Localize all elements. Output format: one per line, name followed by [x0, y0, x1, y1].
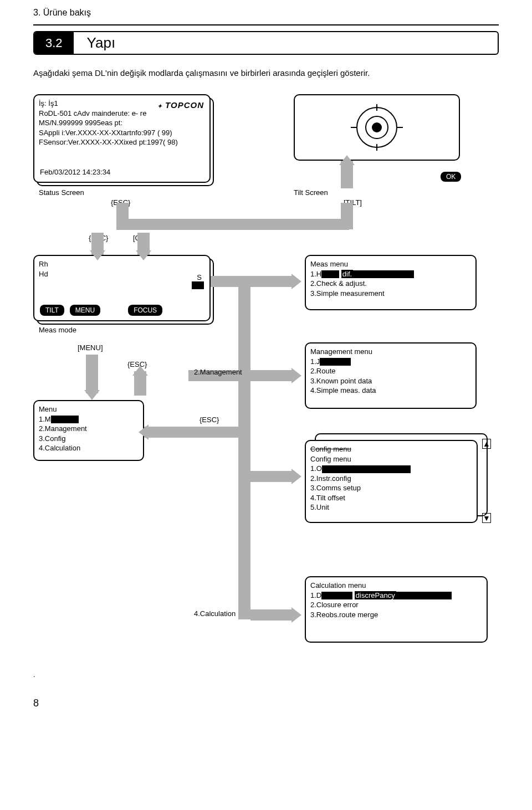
main-menu-box: Menu 1.M 2.Management 3.Config 4.Calcula… [33, 400, 144, 461]
divider [33, 24, 499, 25]
calc-menu-item: 2.Closure error [310, 600, 482, 610]
brand-logo: TOPCON [165, 100, 204, 110]
status-line: SAppli i:Ver.XXXX-XX-XXtartnfo:997 ( 99) [39, 128, 205, 138]
meas-mode-box: Rh Hd S TILT MENU FOCUS [33, 255, 211, 321]
main-menu-item: 1.M [39, 414, 139, 424]
meas-menu-item: 3.Simple measurement [310, 289, 471, 299]
arrow-head [291, 607, 301, 623]
chip-tilt: TILT [40, 305, 64, 316]
meas-menu-item: 2.Check & adjust. [310, 279, 471, 289]
calc-menu-item: 1.D discrePancy [310, 591, 482, 601]
config-menu-item: 3.Comms setup [310, 483, 472, 493]
intro-text: Aşağıdaki şema DL'nin değişik modlarda ç… [33, 68, 499, 78]
arrow-head [136, 250, 151, 260]
chapter-title: 3. Ürüne bakış [33, 8, 499, 18]
chip-menu: MENU [70, 305, 100, 316]
config-strike: Config menu [310, 444, 472, 454]
main-menu-item: 3.Config [39, 434, 139, 444]
main-menu-item: 4.Calculation [39, 443, 139, 453]
svg-point-2 [372, 122, 382, 132]
arrow [86, 355, 98, 393]
tilt-caption: Tilt Screen [294, 188, 328, 197]
mgmt-menu-title: Management menu [310, 347, 471, 357]
arrow [341, 203, 353, 229]
config-menu-title: Config menu [310, 454, 472, 464]
arrow [144, 427, 238, 438]
meas-menu-item: 1.H dif. [310, 269, 471, 279]
status-caption: Status Screen [39, 188, 84, 197]
arrow-head [339, 155, 355, 165]
main-menu-item: 2.Management [39, 424, 139, 434]
arrow-head [132, 366, 148, 376]
config-menu-item: 4.Tilt offset [310, 493, 472, 503]
calc-menu-box: Calculation menu 1.D discrePancy 2.Closu… [305, 576, 488, 643]
status-line: MS/N.999999 9995eas pt: [39, 118, 205, 128]
status-datetime: Feb/03/2012 14:23:34 [40, 167, 110, 177]
meas-hd: Hd [39, 269, 205, 279]
route-esc2: {ESC} [200, 416, 219, 424]
config-menu-item: 5.Unit [310, 503, 472, 512]
diagram: İş: İş1 RoDL-501 cAdv mainderute: e- re … [33, 94, 499, 693]
section-number: 3.2 [34, 32, 74, 54]
section-label: Yapı [74, 32, 129, 54]
menu-tag: [MENU] [78, 344, 103, 352]
calc-menu-title: Calculation menu [310, 581, 482, 591]
scroll-down-icon: ▼ [482, 513, 491, 523]
arrow-head [84, 390, 100, 400]
main-menu-title: Menu [39, 404, 139, 414]
arrow [238, 276, 250, 619]
scroll-up-icon: ▲ [482, 439, 491, 449]
meas-caption: Meas mode [39, 326, 76, 334]
meas-menu-box: Meas menu 1.H dif. 2.Check & adjust. 3.S… [305, 255, 477, 310]
config-menu-box: Config menu Config menu 1.O 2.Instr.conf… [305, 440, 478, 523]
arrow [250, 370, 295, 381]
mgmt-menu-item: 1.J [310, 357, 471, 367]
tilt-screen-box [294, 94, 460, 161]
mgmt-menu-item: 2.Route [310, 366, 471, 376]
mgmt-menu-item: 4.Simple meas. data [310, 386, 471, 396]
arrow-head [291, 274, 301, 289]
arrow [250, 609, 295, 621]
meas-rh: Rh [39, 259, 205, 269]
status-screen-box: İş: İş1 RoDL-501 cAdv mainderute: e- re … [33, 94, 211, 183]
arrow-head [291, 469, 301, 484]
branch-mgmt: 2.Management [194, 368, 242, 376]
brand-icon: ✦ [157, 103, 162, 109]
arrow-head [291, 368, 301, 383]
ok-badge: OK [441, 172, 461, 182]
section-bar: 3.2 Yapı [33, 31, 499, 55]
config-menu-item: 1.O [310, 464, 472, 474]
arrow [116, 219, 349, 230]
meas-s: S [197, 273, 202, 283]
arrow-head [139, 424, 149, 440]
chip-focus: FOCUS [128, 305, 162, 316]
mgmt-menu-item: 3.Known point data [310, 376, 471, 386]
trailing-dot: . [33, 670, 35, 679]
arrow [250, 471, 295, 482]
calc-menu-item: 3.Reobs.route merge [310, 610, 482, 620]
branch-calc: 4.Calculation [194, 609, 236, 618]
arrow-head [90, 250, 105, 260]
bullseye-icon [335, 102, 418, 152]
config-menu-item: 2.Instr.config [310, 474, 472, 484]
signal-icon [192, 281, 204, 289]
mgmt-menu-box: Management menu 1.J 2.Route 3.Known poin… [305, 342, 477, 409]
meas-menu-title: Meas menu [310, 259, 471, 269]
status-line: FSensor:Ver.XXXX-XX-XXixed pt:1997( 98) [39, 137, 205, 147]
page-number: 8 [33, 698, 39, 709]
arrow [250, 276, 295, 287]
